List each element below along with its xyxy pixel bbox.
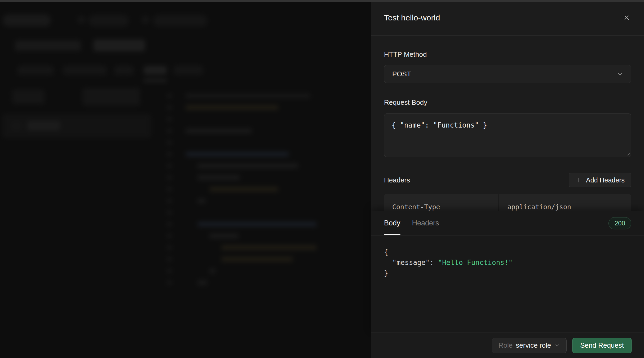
app-screen: Test hello-world HTTP Method POST Reques… xyxy=(0,0,644,358)
headers-label: Headers xyxy=(384,176,410,184)
tab-body-label: Body xyxy=(384,219,400,227)
plus-icon xyxy=(575,177,582,184)
drawer-header: Test hello-world xyxy=(371,0,644,36)
role-label: Role xyxy=(499,341,513,350)
response-string-value: "Hello Functions!" xyxy=(438,259,513,267)
close-icon xyxy=(623,14,630,21)
drawer-title: Test hello-world xyxy=(384,13,440,22)
request-body-input[interactable]: { "name": "Functions" } xyxy=(384,113,631,157)
http-method-label: HTTP Method xyxy=(384,50,631,59)
response-tabs: Body Headers 200 xyxy=(371,211,644,235)
chevron-down-icon xyxy=(616,70,624,78)
window-top-strip xyxy=(0,0,644,2)
response-open-brace: { xyxy=(384,248,388,256)
request-body-wrap: { "name": "Functions" } xyxy=(384,113,631,157)
response-key: "message": xyxy=(384,259,438,267)
http-method-select[interactable]: POST xyxy=(384,65,631,83)
tab-headers[interactable]: Headers xyxy=(412,211,439,235)
active-tab-underline xyxy=(384,234,400,235)
chevron-down-icon xyxy=(554,343,560,348)
response-close-brace: } xyxy=(384,269,388,277)
test-function-drawer: Test hello-world HTTP Method POST Reques… xyxy=(371,0,644,358)
tab-body[interactable]: Body xyxy=(384,211,400,235)
tab-headers-label: Headers xyxy=(412,219,439,227)
response-body: { "message": "Hello Functions!" } xyxy=(371,235,644,290)
add-headers-label: Add Headers xyxy=(586,176,625,184)
role-select[interactable]: Role service role xyxy=(492,338,567,353)
role-value: service role xyxy=(516,341,551,350)
close-button[interactable] xyxy=(621,12,632,24)
response-sheet: Body Headers 200 { "message": "Hello Fun… xyxy=(371,211,644,333)
http-method-value: POST xyxy=(392,70,411,78)
headers-section-header: Headers Add Headers xyxy=(384,173,631,187)
drawer-footer: Role service role Send Request xyxy=(371,333,644,358)
send-request-button[interactable]: Send Request xyxy=(572,338,632,353)
add-headers-button[interactable]: Add Headers xyxy=(569,173,631,187)
request-body-label: Request Body xyxy=(384,98,631,107)
drawer-body: HTTP Method POST Request Body { "name": … xyxy=(371,50,644,220)
status-badge: 200 xyxy=(608,217,631,229)
